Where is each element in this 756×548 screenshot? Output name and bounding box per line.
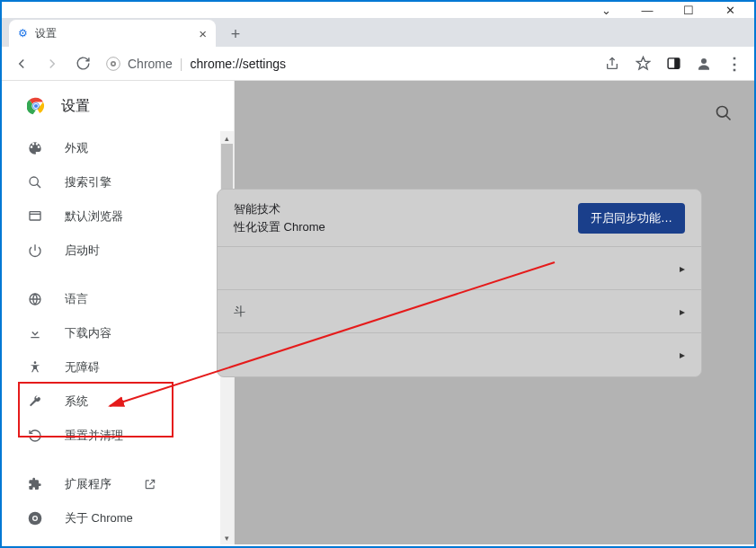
palette-icon [27,141,43,155]
wrench-icon [27,394,43,409]
sidebar-item-default-browser[interactable]: 默认浏览器 [2,199,234,234]
window-minimize-button[interactable]: — [627,2,668,18]
bookmark-button[interactable] [630,51,655,76]
svg-rect-11 [30,212,40,220]
globe-icon [27,292,43,306]
sidebar-item-label: 外观 [65,140,88,156]
settings-sidebar: 设置 外观 搜索引擎 默认浏览器 启动时 语言 [2,81,235,544]
sidebar-scroll: 外观 搜索引擎 默认浏览器 启动时 语言 下载内容 [2,131,234,544]
reload-button[interactable] [70,51,95,76]
svg-point-5 [701,58,707,64]
address-separator: | [180,57,183,71]
address-app-label: Chrome [128,57,173,71]
sidebar-item-label: 下载内容 [65,325,111,341]
sidebar-item-label: 系统 [65,393,88,410]
settings-card: 智能技术 性化设置 Chrome 开启同步功能… ▸ 斗▸ ▸ [217,189,702,377]
enable-sync-button[interactable]: 开启同步功能… [578,203,685,234]
chevron-right-icon: ▸ [680,262,685,275]
card-row-1[interactable]: ▸ [218,247,701,290]
sidebar-item-languages[interactable]: 语言 [2,282,234,316]
svg-point-16 [33,517,36,519]
sidebar-separator [2,268,234,282]
gear-icon: ⚙ [18,27,28,40]
restore-icon [27,429,43,443]
sidebar-item-reset[interactable]: 重置并清理 [2,419,234,453]
main-header [235,92,754,135]
tab-settings[interactable]: ⚙ 设置 × [9,20,216,47]
svg-point-2 [112,62,115,65]
card-row-2[interactable]: 斗▸ [218,290,701,333]
sidebar-item-label: 默认浏览器 [65,208,123,225]
sidebar-item-label: 无障碍 [65,359,100,376]
sidebar-item-label: 重置并清理 [65,428,123,444]
search-settings-button[interactable] [715,104,733,122]
scroll-up-icon[interactable]: ▴ [220,131,234,145]
sidebar-header: 设置 [2,81,234,131]
svg-rect-4 [674,58,680,68]
accessibility-icon [27,360,43,375]
download-icon [27,326,43,340]
sidebar-item-system[interactable]: 系统 [2,384,234,419]
tab-title: 设置 [35,26,57,41]
window-titlebar: ⌄ — ☐ ✕ [2,2,754,18]
new-tab-button[interactable]: + [223,22,248,47]
sidebar-title: 设置 [61,97,90,116]
content-area: 设置 外观 搜索引擎 默认浏览器 启动时 语言 [2,81,754,544]
window-dropdown-button[interactable]: ⌄ [585,2,627,18]
card-head-line2: 性化设置 Chrome [234,218,325,236]
power-icon [27,243,43,258]
tab-strip: ⚙ 设置 × + [2,18,754,47]
card-row-3[interactable]: ▸ [218,333,701,376]
sidebar-item-about[interactable]: 关于 Chrome [2,501,234,535]
main-panel: 智能技术 性化设置 Chrome 开启同步功能… ▸ 斗▸ ▸ [235,81,754,544]
svg-point-10 [30,177,38,185]
browser-icon [27,209,43,224]
menu-button[interactable]: ⋮ [722,51,747,76]
address-url: chrome://settings [190,57,286,71]
window-close-button[interactable]: ✕ [709,2,751,18]
back-button[interactable] [9,51,34,76]
sidebar-item-label: 关于 Chrome [65,510,133,526]
share-button[interactable] [600,51,625,76]
sidebar-item-label: 搜索引擎 [65,174,111,190]
chevron-right-icon: ▸ [680,305,685,318]
sidebar-item-appearance[interactable]: 外观 [2,131,234,165]
window-maximize-button[interactable]: ☐ [668,2,709,18]
forward-button[interactable] [40,51,65,76]
sidebar-item-label: 扩展程序 [65,476,111,492]
sidebar-item-extensions[interactable]: 扩展程序 [2,467,234,501]
card-sync-row: 智能技术 性化设置 Chrome 开启同步功能… [218,190,701,247]
sidebar-item-label: 语言 [65,291,88,307]
svg-point-9 [34,104,38,108]
profile-button[interactable] [691,51,716,76]
chrome-icon [106,57,120,71]
sidebar-item-label: 启动时 [65,243,100,259]
card-head-line1: 智能技术 [234,200,325,218]
sidebar-item-accessibility[interactable]: 无障碍 [2,350,234,384]
sidebar-item-downloads[interactable]: 下载内容 [2,316,234,350]
search-icon [27,175,43,190]
chrome-icon [27,511,43,526]
sidebar-item-search[interactable]: 搜索引擎 [2,165,234,199]
chrome-logo-icon [27,97,45,115]
external-link-icon [144,478,156,491]
svg-point-17 [717,107,728,118]
address-bar[interactable]: Chrome | chrome://settings [101,50,594,77]
sidebar-item-startup[interactable]: 启动时 [2,234,234,268]
puzzle-icon [27,477,43,491]
svg-point-13 [34,361,37,364]
browser-toolbar: Chrome | chrome://settings ⋮ [2,47,754,81]
side-panel-button[interactable] [661,51,686,76]
tab-close-button[interactable]: × [199,26,207,41]
chevron-right-icon: ▸ [680,349,685,361]
scroll-down-icon[interactable]: ▾ [220,531,234,544]
sidebar-separator [2,453,234,467]
card-row-text: 斗 [234,304,245,320]
